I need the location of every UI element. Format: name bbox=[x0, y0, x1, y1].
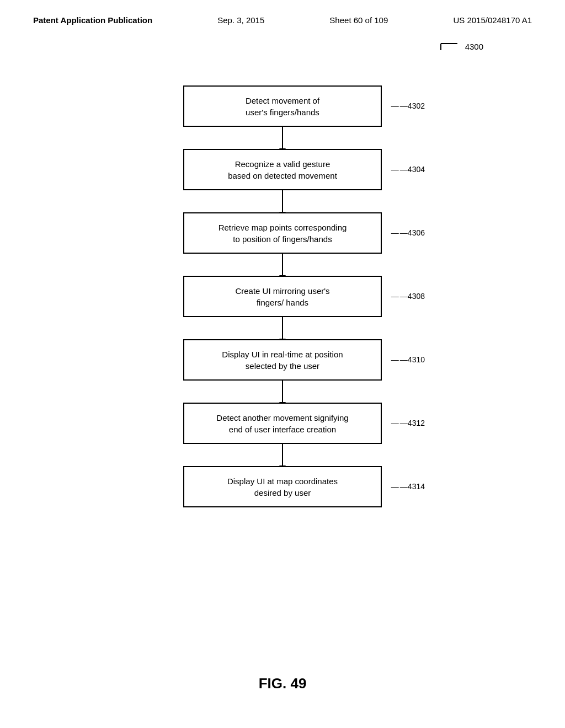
flow-box-4306: Retrieve map points correspondingto posi… bbox=[183, 212, 382, 254]
flow-row-4310: Display UI in real-time at positionselec… bbox=[183, 339, 382, 381]
flow-row-4306: Retrieve map points correspondingto posi… bbox=[183, 212, 382, 254]
diagram-corner-label: 4300 bbox=[435, 40, 483, 52]
figure-label: FIG. 49 bbox=[259, 675, 307, 692]
flow-row-4304: Recognize a valid gesturebased on detect… bbox=[183, 149, 382, 190]
date-label: Sep. 3, 2015 bbox=[217, 15, 264, 25]
flow-label-4312: ―4312 bbox=[391, 418, 425, 429]
flowchart: Detect movement ofuser's fingers/hands ―… bbox=[183, 85, 382, 507]
flow-box-4314: Display UI at map coordinatesdesired by … bbox=[183, 466, 382, 507]
flow-label-4306: ―4306 bbox=[391, 228, 425, 239]
flow-box-4304: Recognize a valid gesturebased on detect… bbox=[183, 149, 382, 190]
flow-box-4308-text: Create UI mirroring user'sfingers/ hands bbox=[235, 285, 329, 308]
flow-box-4306-text: Retrieve map points correspondingto posi… bbox=[218, 222, 347, 245]
arrow-4 bbox=[282, 317, 283, 339]
flow-row-4314: Display UI at map coordinatesdesired by … bbox=[183, 466, 382, 507]
arrow-3 bbox=[282, 254, 283, 276]
flow-row-4308: Create UI mirroring user'sfingers/ hands… bbox=[183, 276, 382, 317]
flow-label-4314: ―4314 bbox=[391, 481, 425, 493]
flow-label-4302: ―4302 bbox=[391, 101, 425, 112]
corner-label-text: 4300 bbox=[465, 42, 483, 51]
sheet-label: Sheet 60 of 109 bbox=[329, 15, 388, 25]
patent-label: US 2015/0248170 A1 bbox=[453, 15, 532, 25]
flow-box-4304-text: Recognize a valid gesturebased on detect… bbox=[228, 158, 337, 181]
flow-box-4314-text: Display UI at map coordinatesdesired by … bbox=[227, 475, 338, 499]
corner-tick-icon bbox=[435, 40, 463, 52]
arrow-1 bbox=[282, 127, 283, 149]
flow-box-4312: Detect another movement signifyingend of… bbox=[183, 403, 382, 444]
flow-box-4302: Detect movement ofuser's fingers/hands ―… bbox=[183, 85, 382, 127]
flow-box-4310: Display UI in real-time at positionselec… bbox=[183, 339, 382, 381]
arrow-5 bbox=[282, 381, 283, 403]
arrow-2 bbox=[282, 190, 283, 212]
flow-box-4310-text: Display UI in real-time at positionselec… bbox=[222, 349, 343, 372]
arrow-6 bbox=[282, 444, 283, 466]
flow-row-4312: Detect another movement signifyingend of… bbox=[183, 403, 382, 444]
flow-label-4308: ―4308 bbox=[391, 291, 425, 302]
page-header: Patent Application Publication Sep. 3, 2… bbox=[0, 0, 565, 25]
publication-label: Patent Application Publication bbox=[33, 15, 152, 25]
flow-label-4310: ―4310 bbox=[391, 355, 425, 366]
flow-box-4312-text: Detect another movement signifyingend of… bbox=[216, 412, 348, 435]
diagram-area: 4300 Detect movement ofuser's fingers/ha… bbox=[0, 25, 565, 507]
flow-box-4308: Create UI mirroring user'sfingers/ hands… bbox=[183, 276, 382, 317]
flow-row-4302: Detect movement ofuser's fingers/hands ―… bbox=[183, 85, 382, 127]
flow-box-4302-text: Detect movement ofuser's fingers/hands bbox=[246, 95, 319, 118]
flow-label-4304: ―4304 bbox=[391, 164, 425, 175]
